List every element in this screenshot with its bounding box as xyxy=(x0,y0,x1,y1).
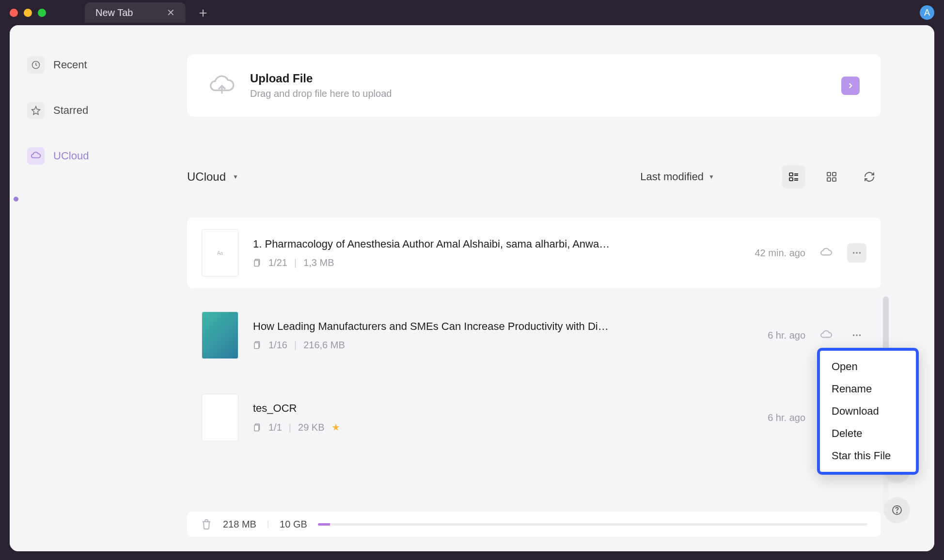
file-size: 1,3 MB xyxy=(303,257,334,268)
file-name: 1. Pharmacology of Anesthesia Author Ama… xyxy=(253,238,641,250)
svg-rect-7 xyxy=(827,172,831,176)
file-meta: 1/16 | 216,6 MB xyxy=(253,340,713,351)
svg-point-18 xyxy=(853,334,855,336)
traffic-lights xyxy=(10,9,46,17)
svg-point-13 xyxy=(853,252,855,254)
pages-icon xyxy=(253,423,262,432)
svg-rect-9 xyxy=(827,178,831,181)
svg-point-19 xyxy=(856,334,858,336)
ctx-star[interactable]: Star this File xyxy=(820,445,916,467)
file-time: 6 hr. ago xyxy=(728,412,805,423)
file-more-button[interactable] xyxy=(847,243,866,263)
ctx-rename[interactable]: Rename xyxy=(820,378,916,400)
sidebar: Recent Starred UCloud xyxy=(10,25,134,551)
file-pages: 1/16 xyxy=(268,340,287,351)
upload-cloud-icon xyxy=(208,72,236,99)
breadcrumb-label: UCloud xyxy=(187,170,226,184)
file-thumbnail: Aa xyxy=(202,229,238,277)
file-time: 42 min. ago xyxy=(728,248,805,259)
file-name: tes_OCR xyxy=(253,402,641,415)
svg-rect-22 xyxy=(254,425,259,431)
close-tab-icon[interactable]: ✕ xyxy=(167,7,175,18)
view-controls xyxy=(782,165,881,188)
sidebar-item-ucloud[interactable]: UCloud xyxy=(18,140,125,171)
pages-icon xyxy=(253,341,262,349)
window-chrome: New Tab ✕ ＋ A xyxy=(0,0,944,25)
file-row[interactable]: Aa 1. Pharmacology of Anesthesia Author … xyxy=(187,218,881,288)
svg-point-14 xyxy=(856,252,858,254)
sidebar-item-label: UCloud xyxy=(53,150,89,162)
file-size: 29 KB xyxy=(298,422,324,433)
browser-tab[interactable]: New Tab ✕ xyxy=(85,2,186,23)
clock-icon xyxy=(27,56,45,74)
file-size: 216,6 MB xyxy=(303,340,345,351)
upload-button[interactable] xyxy=(841,77,860,95)
ctx-delete[interactable]: Delete xyxy=(820,422,916,445)
user-avatar[interactable]: A xyxy=(920,5,934,20)
svg-point-20 xyxy=(859,334,861,336)
star-icon xyxy=(27,102,45,119)
storage-progress xyxy=(318,523,867,526)
file-list: Aa 1. Pharmacology of Anesthesia Author … xyxy=(187,218,881,537)
file-thumbnail xyxy=(202,394,238,441)
cloud-icon xyxy=(27,147,45,165)
storage-total: 10 GB xyxy=(280,519,307,530)
list-view-button[interactable] xyxy=(782,165,805,188)
breadcrumb-dropdown[interactable]: UCloud ▼ xyxy=(187,170,238,184)
svg-rect-10 xyxy=(833,178,836,181)
sidebar-item-starred[interactable]: Starred xyxy=(18,95,125,126)
app-window: Recent Starred UCloud Upload File Drag a… xyxy=(10,25,934,551)
upload-card[interactable]: Upload File Drag and drop file here to u… xyxy=(187,54,881,117)
svg-point-29 xyxy=(897,512,897,513)
file-pages: 1/1 xyxy=(268,422,282,433)
svg-rect-17 xyxy=(254,343,259,349)
ctx-open[interactable]: Open xyxy=(820,356,916,378)
svg-rect-2 xyxy=(789,178,793,181)
chevron-down-icon: ▼ xyxy=(708,173,714,180)
grid-view-button[interactable] xyxy=(820,165,843,188)
file-row[interactable]: tes_OCR 1/1 | 29 KB ★ 6 hr. ago xyxy=(187,382,881,453)
cloud-status-icon xyxy=(820,329,833,342)
ctx-download[interactable]: Download xyxy=(820,400,916,422)
help-fab[interactable] xyxy=(884,497,910,523)
storage-used: 218 MB xyxy=(223,519,256,530)
upload-text: Upload File Drag and drop file here to u… xyxy=(250,72,392,99)
pages-icon xyxy=(253,258,262,267)
svg-rect-12 xyxy=(254,261,259,266)
file-meta: 1/1 | 29 KB ★ xyxy=(253,421,713,433)
file-thumbnail xyxy=(202,311,238,359)
cloud-status-icon xyxy=(820,247,833,259)
sort-label: Last modified xyxy=(640,171,704,183)
refresh-button[interactable] xyxy=(858,165,881,188)
sidebar-item-label: Starred xyxy=(53,104,88,117)
svg-point-15 xyxy=(859,252,861,254)
toolbar: UCloud ▼ Last modified ▼ xyxy=(187,165,881,188)
minimize-window-button[interactable] xyxy=(24,9,32,17)
storage-bar: 218 MB | 10 GB xyxy=(187,512,881,537)
svg-rect-8 xyxy=(833,172,836,176)
tab-title: New Tab xyxy=(95,7,133,18)
upload-title: Upload File xyxy=(250,72,392,85)
svg-rect-1 xyxy=(789,173,793,176)
sort-dropdown[interactable]: Last modified ▼ xyxy=(640,171,714,183)
main-content: Upload File Drag and drop file here to u… xyxy=(134,25,934,551)
context-menu: Open Rename Download Delete Star this Fi… xyxy=(817,348,919,475)
maximize-window-button[interactable] xyxy=(38,9,46,17)
new-tab-button[interactable]: ＋ xyxy=(196,3,210,22)
file-pages: 1/21 xyxy=(268,257,287,268)
file-time: 6 hr. ago xyxy=(728,330,805,341)
star-icon: ★ xyxy=(331,421,340,433)
chevron-down-icon: ▼ xyxy=(233,173,238,180)
trash-icon[interactable] xyxy=(201,518,212,530)
file-row[interactable]: How Leading Manufacturers and SMEs Can I… xyxy=(187,300,881,371)
sidebar-item-label: Recent xyxy=(53,59,87,71)
close-window-button[interactable] xyxy=(10,9,18,17)
file-meta: 1/21 | 1,3 MB xyxy=(253,257,713,268)
file-name: How Leading Manufacturers and SMEs Can I… xyxy=(253,320,641,333)
file-more-button[interactable] xyxy=(847,326,866,345)
upload-subtitle: Drag and drop file here to upload xyxy=(250,88,392,99)
sidebar-item-recent[interactable]: Recent xyxy=(18,49,125,80)
active-indicator-dot xyxy=(14,197,18,202)
